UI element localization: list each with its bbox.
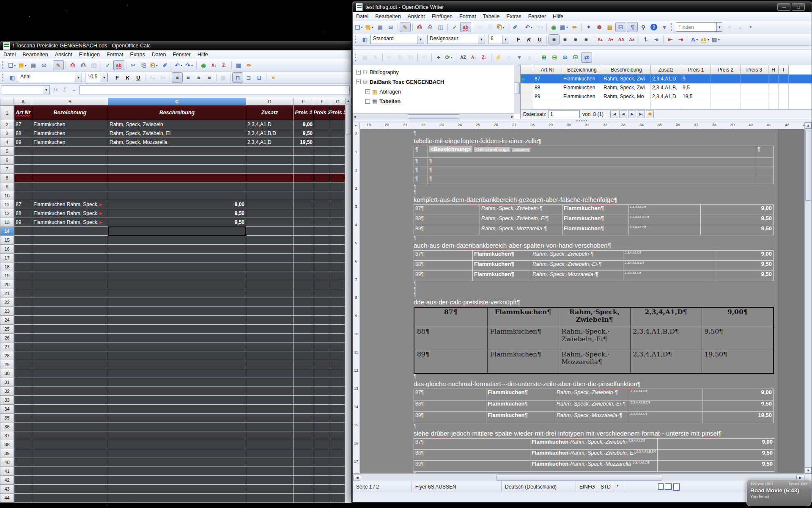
table-cell[interactable]: Flammkuchen¶ bbox=[487, 327, 559, 350]
table-cell[interactable]: 87¶ bbox=[414, 205, 480, 215]
row-header-7[interactable]: 7 bbox=[0, 164, 14, 174]
record-cell[interactable]: Flammkuchen bbox=[562, 92, 602, 101]
table-cell[interactable]: Flammkuchen¶ bbox=[562, 215, 628, 225]
record-cell[interactable] bbox=[533, 101, 562, 110]
menu-item-bearbeiten[interactable]: Bearbeiten bbox=[372, 12, 404, 21]
grid-cell[interactable]: Rahm, Speck, Mozzarella bbox=[108, 138, 246, 146]
sort-ascending-icon[interactable]: A↓ bbox=[469, 53, 479, 62]
table-cell[interactable]: 2,3,4,A1,D¶ bbox=[629, 389, 702, 400]
grid-cell[interactable]: Flammkuchen bbox=[32, 120, 108, 129]
tree-horizontal-scrollbar[interactable]: ◀▶ bbox=[353, 113, 514, 119]
column-header-h[interactable]: H bbox=[768, 65, 779, 75]
draw-functions-icon[interactable]: ✏ bbox=[570, 22, 580, 32]
export-pdf-icon[interactable]: ⎙ bbox=[68, 61, 78, 70]
tree-item-datbanktoscgengenbach[interactable]: −⛁DatBank Tosc GENGENBACH bbox=[353, 77, 520, 87]
row-header-14[interactable]: 14 bbox=[0, 226, 14, 236]
table-cell[interactable]: Flammkuchen¶ bbox=[487, 350, 559, 373]
column-header-e[interactable]: E bbox=[293, 98, 314, 105]
align-bottom-icon[interactable]: ⊔ bbox=[254, 73, 264, 82]
calc-vertical-scrollbar[interactable]: ▲ bbox=[345, 98, 351, 503]
table-cell[interactable]: 9,50 bbox=[714, 261, 774, 271]
grid-cell[interactable]: 88 bbox=[14, 129, 32, 138]
table-cell[interactable]: Rahm,·Speck, Zwiebeln¶ bbox=[559, 307, 630, 327]
row-header-30[interactable]: 30 bbox=[0, 369, 14, 378]
table-cell[interactable] bbox=[756, 166, 774, 175]
table-cell[interactable]: 9,00 bbox=[658, 439, 774, 450]
open-folder-dropdown-arrow[interactable]: ▼ bbox=[371, 26, 374, 29]
print-icon[interactable]: ⎙ bbox=[78, 61, 88, 70]
remove-filter-icon[interactable]: ⌀ bbox=[525, 53, 535, 62]
record-cell[interactable] bbox=[681, 101, 711, 110]
table-cell[interactable]: Flammkuchen¶ bbox=[562, 205, 628, 215]
row-header-11[interactable]: 11 bbox=[0, 200, 14, 209]
align-top-icon[interactable]: ⊓ bbox=[232, 72, 243, 83]
print-icon[interactable]: ⎙ bbox=[425, 22, 435, 32]
bold-icon[interactable]: F bbox=[112, 73, 122, 82]
record-cell[interactable] bbox=[651, 101, 681, 110]
bold-icon[interactable]: F bbox=[513, 35, 524, 44]
row-header-31[interactable]: 31 bbox=[0, 378, 14, 387]
table-cell[interactable]: 9,00 bbox=[714, 251, 774, 261]
align-center-icon[interactable]: ≡ bbox=[560, 35, 570, 44]
navigator-icon[interactable]: ☸ bbox=[594, 22, 604, 32]
grid-cell[interactable]: 89 bbox=[14, 138, 32, 146]
open-folder-icon[interactable]: ▤▼ bbox=[365, 22, 375, 32]
table-cell[interactable]: 19,50¶ bbox=[702, 350, 774, 373]
expander-icon[interactable]: − bbox=[365, 99, 370, 104]
row-header-16[interactable]: 16 bbox=[0, 244, 14, 254]
bullet-list-icon[interactable]: •≡ bbox=[651, 35, 661, 44]
row-header-15[interactable]: 15 bbox=[0, 235, 14, 245]
save-record-icon[interactable]: ▣ bbox=[360, 53, 370, 62]
find-down-icon[interactable]: ▼ bbox=[724, 22, 735, 32]
menu-item-hilfe[interactable]: Hilfe bbox=[549, 12, 567, 21]
grid-cell[interactable]: Zusatz bbox=[246, 105, 293, 120]
record-cell[interactable]: 2,3,4,A1,D bbox=[651, 92, 681, 101]
find-record-icon[interactable]: ⌖ bbox=[433, 53, 444, 62]
grid-cell[interactable]: Rahm, Speck, Zwiebeln, Ei bbox=[108, 129, 246, 138]
record-cell[interactable] bbox=[768, 92, 779, 101]
record-cell[interactable]: 9,5 bbox=[681, 83, 711, 92]
row-indicator[interactable]: ▶ bbox=[521, 75, 533, 83]
row-header-26[interactable]: 26 bbox=[0, 333, 14, 342]
underline-icon[interactable]: U bbox=[133, 73, 143, 82]
paste-icon[interactable]: ⎗▼ bbox=[149, 61, 159, 70]
scroll-up-icon[interactable]: ▲ bbox=[345, 98, 351, 104]
column-header-preis3[interactable]: Preis 3 bbox=[741, 65, 768, 75]
redo-icon[interactable]: ↷▼ bbox=[535, 22, 545, 32]
reduce-font-icon[interactable]: A▾ bbox=[606, 35, 616, 44]
function-wizard-icon[interactable]: ƒx bbox=[52, 87, 59, 93]
grid-cell[interactable]: 19,50 bbox=[294, 138, 314, 146]
table-cell[interactable]: Rahm,·Speck,· Zwiebeln,·Ei¶ bbox=[559, 327, 630, 350]
align-center-icon[interactable]: ≡ bbox=[183, 73, 193, 82]
justify-icon[interactable]: ≡ bbox=[581, 35, 591, 44]
numbered-list-icon[interactable]: ⒈ bbox=[641, 35, 651, 44]
table-dropdown-arrow[interactable]: ▼ bbox=[565, 26, 568, 29]
autospellcheck-icon[interactable]: ab bbox=[113, 60, 124, 70]
paste-dropdown-arrow[interactable]: ▼ bbox=[502, 26, 505, 29]
table-cell[interactable]: 88¶ bbox=[414, 215, 480, 225]
find-replace-icon[interactable]: ⌖ bbox=[584, 22, 594, 32]
record-cell[interactable] bbox=[741, 92, 768, 101]
record-cell[interactable]: 88 bbox=[533, 83, 562, 92]
next-record-icon[interactable]: ▶ bbox=[628, 110, 636, 118]
redo-icon[interactable]: ↷▼ bbox=[184, 61, 195, 70]
column-header-bezeichnung[interactable]: Bezeichnung bbox=[562, 65, 602, 75]
language[interactable]: Deutsch (Deutschland) bbox=[502, 481, 576, 492]
currency-icon[interactable]: ¤ bbox=[268, 73, 278, 82]
horizontal-ruler[interactable]: 19·20·21·22·23·24·25·26·27·28·29·30·31·3… bbox=[360, 122, 805, 130]
chevron-down-icon[interactable]: ▼ bbox=[417, 35, 424, 44]
open-folder-icon[interactable]: ▤▼ bbox=[18, 61, 28, 70]
tree-vertical-scrollbar[interactable] bbox=[514, 65, 520, 114]
grid-cell[interactable]: Beschreibung bbox=[108, 105, 246, 120]
font-size-combobox[interactable]: 10,5 ▼ bbox=[85, 73, 108, 82]
zoom-icon[interactable]: ⚲ bbox=[638, 22, 648, 32]
record-cell[interactable] bbox=[602, 101, 651, 110]
menu-item-daten[interactable]: Daten bbox=[148, 50, 169, 59]
chevron-down-icon[interactable]: ▼ bbox=[716, 23, 722, 31]
page-preview-icon[interactable]: ◫ bbox=[89, 61, 99, 70]
record-cell[interactable]: 9 bbox=[681, 75, 711, 83]
column-header-artnr[interactable]: Art Nr bbox=[533, 65, 562, 75]
spellcheck-icon[interactable]: ✓ bbox=[450, 22, 460, 32]
row-header-23[interactable]: 23 bbox=[0, 306, 14, 316]
table-cell[interactable]: 88¶ bbox=[414, 400, 486, 412]
